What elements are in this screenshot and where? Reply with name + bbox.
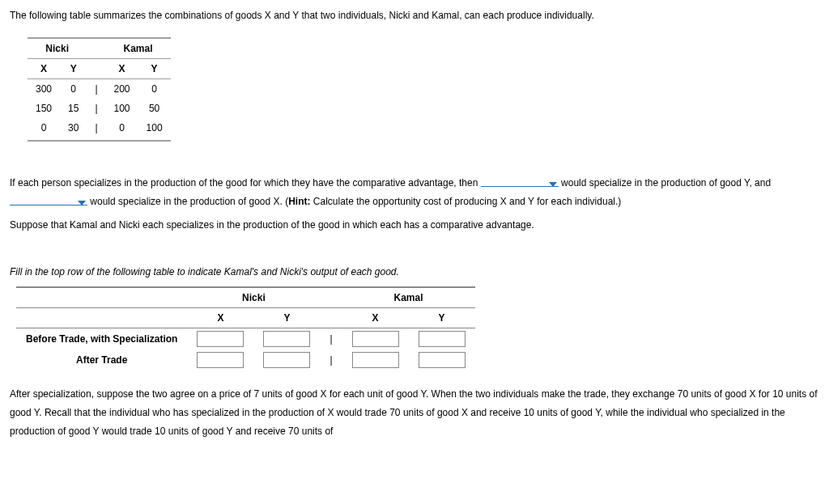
ppf-col-x-k: X <box>106 59 138 79</box>
ppf-head-kamal: Kamal <box>106 38 171 59</box>
question-p4: After specialization, suppose the two ag… <box>10 385 819 440</box>
cell: 300 <box>28 79 60 100</box>
question-p1: If each person specializes in the produc… <box>10 174 819 211</box>
out-col-y-n: Y <box>253 308 320 328</box>
q1-part-b: would specialize in the production of go… <box>561 177 771 188</box>
cell: 150 <box>28 99 60 118</box>
cell: 50 <box>138 99 171 118</box>
q1-part-c: would specialize in the production of go… <box>90 196 288 207</box>
cell: 0 <box>138 79 171 100</box>
input-after-kamal-x[interactable] <box>352 352 399 368</box>
ppf-row: 0 30 | 0 100 <box>28 118 171 141</box>
chevron-down-icon <box>549 182 557 187</box>
sep: | <box>320 328 342 350</box>
output-row-before: Before Trade, with Specialization | <box>16 328 475 350</box>
ppf-head-sep <box>87 38 105 59</box>
cell: 0 <box>28 118 60 141</box>
input-before-kamal-x[interactable] <box>352 331 399 347</box>
out-col-y-k: Y <box>409 308 475 328</box>
input-before-nicki-y[interactable] <box>263 331 310 347</box>
q1-part-d: Calculate the opportunity cost of produc… <box>311 196 622 207</box>
cell: 0 <box>60 79 87 100</box>
output-row-after: After Trade | <box>16 349 475 371</box>
input-before-kamal-y[interactable] <box>419 331 466 347</box>
sep: | <box>87 79 105 100</box>
row-label: Before Trade, with Specialization <box>16 328 187 350</box>
ppf-row: 150 15 | 100 50 <box>28 99 171 118</box>
ppf-head-nicki: Nicki <box>28 38 87 59</box>
cell: 0 <box>106 118 138 141</box>
dropdown-specialize-x[interactable] <box>10 195 87 205</box>
chevron-down-icon <box>78 201 86 205</box>
input-before-nicki-x[interactable] <box>197 331 244 347</box>
sep: | <box>87 99 105 118</box>
out-col-sep <box>320 308 342 328</box>
q1-part-a: If each person specializes in the produc… <box>10 177 481 188</box>
cell: 100 <box>106 99 138 118</box>
out-blank-sub <box>16 308 187 328</box>
ppf-row: 300 0 | 200 0 <box>28 79 171 100</box>
input-after-nicki-y[interactable] <box>263 352 310 368</box>
question-p2: Suppose that Kamal and Nicki each specia… <box>10 216 819 235</box>
dropdown-value <box>483 176 546 186</box>
out-blank-head <box>16 287 187 308</box>
intro-text: The following table summarizes the combi… <box>10 8 819 23</box>
sep: | <box>87 118 105 141</box>
out-col-x-k: X <box>342 308 409 328</box>
sep: | <box>320 349 342 371</box>
ppf-col-x-n: X <box>28 59 60 79</box>
ppf-table: Nicki Kamal X Y X Y 300 0 | 200 0 150 15… <box>28 37 171 142</box>
row-label: After Trade <box>16 349 187 371</box>
dropdown-specialize-y[interactable] <box>481 176 559 187</box>
input-after-nicki-x[interactable] <box>197 352 244 368</box>
cell: 15 <box>60 99 87 118</box>
out-head-sep <box>320 287 342 308</box>
out-col-x-n: X <box>187 308 253 328</box>
ppf-col-sep <box>87 59 105 79</box>
ppf-col-y-k: Y <box>138 59 171 79</box>
dropdown-value <box>11 195 74 205</box>
cell: 200 <box>106 79 138 100</box>
out-head-nicki: Nicki <box>187 287 320 308</box>
out-head-kamal: Kamal <box>342 287 475 308</box>
cell: 30 <box>60 118 87 141</box>
input-after-kamal-y[interactable] <box>419 352 466 368</box>
ppf-col-y-n: Y <box>60 59 87 79</box>
instruction-p3: Fill in the top row of the following tab… <box>10 263 819 282</box>
output-table: Nicki Kamal X Y X Y Before Trade, with S… <box>16 286 475 371</box>
cell: 100 <box>138 118 171 141</box>
hint-label: Hint: <box>288 196 310 207</box>
